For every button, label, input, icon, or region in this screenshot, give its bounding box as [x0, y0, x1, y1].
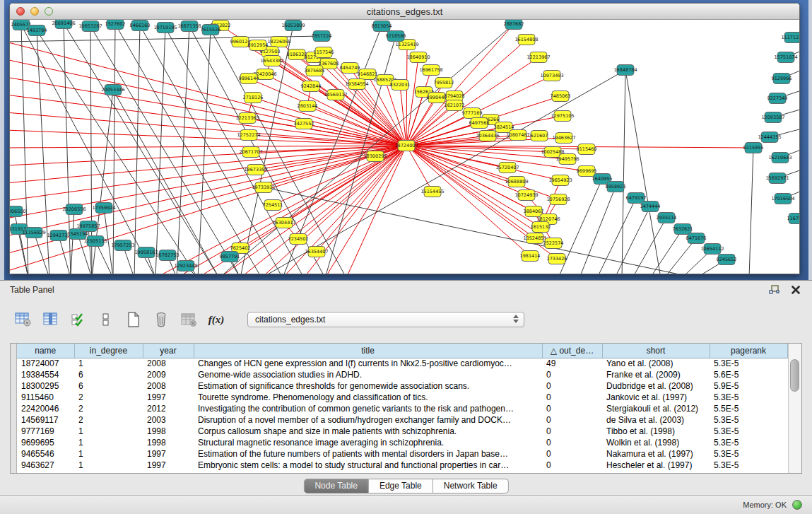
network-window-titlebar[interactable]: citations_edges.txt: [10, 4, 799, 20]
table-settings-icon[interactable]: [14, 310, 33, 329]
table-cell: 0: [542, 460, 602, 471]
network-canvas[interactable]: 1872400711325419186409101696175879558121…: [10, 20, 799, 274]
table-scrollbar[interactable]: [788, 344, 801, 473]
table-panel: Table Panel: [0, 280, 812, 495]
network-node-label: 1493784: [27, 28, 47, 33]
network-edge[interactable]: [625, 70, 661, 274]
network-edge[interactable]: [71, 209, 74, 274]
table-row[interactable]: 2242004622012Investigating the contribut…: [17, 403, 787, 414]
tab-edge-table[interactable]: Edge Table: [369, 479, 433, 493]
new-table-icon[interactable]: [124, 310, 143, 329]
table-panel-title: Table Panel: [10, 285, 54, 295]
column-header-name[interactable]: name: [17, 344, 74, 358]
network-node-label: 16210643: [768, 155, 792, 160]
network-node-label: 16354407: [305, 249, 328, 255]
network-node-label: 12213967: [526, 54, 550, 60]
network-edge[interactable]: [597, 198, 636, 274]
function-builder-icon[interactable]: f(x): [207, 310, 225, 329]
network-edge[interactable]: [10, 146, 406, 201]
network-view[interactable]: 1872400711325419186409101696175879558121…: [10, 20, 799, 274]
table-scrollbar-thumb[interactable]: [790, 359, 799, 392]
close-panel-icon[interactable]: [788, 284, 804, 296]
column-header-year[interactable]: year: [143, 344, 194, 358]
table-panel-header: Table Panel: [0, 281, 812, 299]
desktop-right-edge: [808, 0, 812, 280]
table-cell: 6: [74, 380, 143, 392]
table-cell: 49: [542, 358, 602, 369]
column-header-pagerank[interactable]: pagerank: [710, 344, 787, 358]
tab-node-table[interactable]: Node Table: [303, 479, 369, 493]
network-node-label: 8813054: [372, 23, 392, 29]
table-cell: 2003: [143, 414, 194, 426]
network-node-label: 10724939: [514, 192, 538, 198]
table-cell: Genome-wide association studies in ADHD.: [194, 369, 542, 380]
network-node-label: 16671358: [177, 23, 201, 29]
network-edge[interactable]: [406, 57, 418, 146]
table-cell: 2: [74, 392, 143, 403]
column-header-in-degree[interactable]: in_degree: [74, 344, 143, 358]
network-node-label: 9245652: [717, 257, 737, 262]
network-edge[interactable]: [155, 28, 165, 274]
network-edge[interactable]: [632, 218, 666, 274]
status-bar: Memory: OK: [0, 495, 812, 514]
network-node-label: 18226058: [267, 39, 290, 45]
table-cell: 0: [542, 380, 602, 392]
network-node-label: 19463627: [552, 135, 575, 141]
network-node-label: 7485063: [551, 93, 571, 99]
network-node-label: 11325419: [395, 42, 418, 47]
table-row[interactable]: 1830029562008Estimation of significance …: [17, 380, 787, 392]
network-edge[interactable]: [579, 187, 616, 274]
network-node-label: 8215955: [743, 145, 764, 151]
table-row[interactable]: 1938455462009Genome-wide association stu…: [17, 369, 787, 380]
network-edge[interactable]: [615, 206, 650, 274]
table-row[interactable]: 1872400712008Changes of HCN gene express…: [17, 358, 787, 369]
network-edge[interactable]: [650, 229, 683, 274]
network-edge[interactable]: [90, 26, 240, 274]
table-cell: Corpus callosum shape and size in male p…: [194, 426, 542, 437]
network-node-label: 19733911: [252, 185, 275, 190]
table-cell: 5.6E-5: [710, 369, 787, 380]
network-edge[interactable]: [298, 146, 406, 239]
table-cell: 22420046: [17, 403, 74, 414]
network-edge[interactable]: [10, 112, 406, 146]
network-node-label: 6479197: [626, 195, 647, 201]
network-node-label: 1621072: [445, 103, 465, 108]
network-edge[interactable]: [749, 148, 753, 274]
tab-network-table[interactable]: Network Table: [433, 479, 509, 493]
table-cell: 19384554: [17, 369, 74, 380]
network-node-label: 7625402: [230, 245, 251, 251]
table-row[interactable]: 969969511998Structural magnetic resonanc…: [17, 437, 787, 448]
float-panel-icon[interactable]: [767, 284, 782, 296]
network-edge[interactable]: [10, 146, 406, 165]
network-node-label: 2887682: [504, 21, 524, 27]
column-header-short[interactable]: short: [602, 344, 710, 358]
network-edge[interactable]: [10, 77, 406, 146]
network-edge[interactable]: [198, 30, 211, 274]
table-cell: 1: [74, 460, 143, 471]
table-row[interactable]: 977716911998Corpus callosum shape and si…: [17, 426, 787, 437]
network-edge[interactable]: [317, 146, 406, 252]
network-edge[interactable]: [14, 211, 28, 274]
column-header-out-de-[interactable]: △ out_de…: [542, 344, 602, 358]
delete-rows-icon[interactable]: [152, 310, 170, 329]
table-row[interactable]: 911546021997Tourette syndrome. Phenomeno…: [17, 392, 787, 403]
network-node-label: 3824514: [494, 124, 514, 130]
table-row[interactable]: 1456911722003Disruption of a novel membe…: [17, 414, 787, 426]
column-header-title[interactable]: title: [194, 344, 542, 358]
network-edge[interactable]: [113, 24, 115, 274]
table-cell: Estimation of significance thresholds fo…: [194, 380, 542, 392]
table-row[interactable]: 946362711997Embryonic stem cells: a mode…: [17, 460, 787, 471]
column-visibility-icon[interactable]: [42, 310, 60, 329]
network-node-label: 15154455: [420, 189, 444, 194]
network-node-label: 7857224: [312, 33, 332, 39]
table-cell: 2012: [143, 403, 194, 414]
table-cell: 18724007: [17, 358, 74, 369]
network-edge[interactable]: [622, 70, 625, 274]
network-edge[interactable]: [325, 146, 406, 274]
table-select[interactable]: citations_edges.txt: [247, 312, 524, 327]
table-row[interactable]: 946554611997Estimation of the future num…: [17, 448, 787, 460]
row-mode-icon[interactable]: [97, 310, 115, 329]
select-columns-icon[interactable]: [69, 310, 88, 329]
network-window[interactable]: citations_edges.txt 18724007113254191864…: [9, 3, 800, 274]
table-row-gutter: [11, 344, 17, 473]
